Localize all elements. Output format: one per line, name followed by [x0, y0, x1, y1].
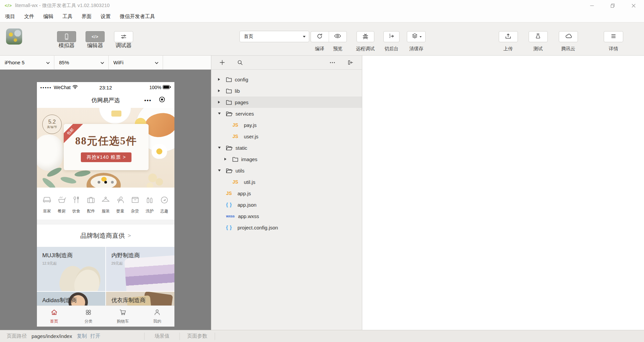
- folder-icon: [226, 88, 232, 93]
- tab-grid[interactable]: 分类: [71, 306, 106, 327]
- tab-home[interactable]: 首页: [37, 306, 71, 327]
- preview-label: 预览: [329, 46, 347, 52]
- promo-banner[interactable]: 5.2 美/食/节 包邮 88元任选5件 再抢¥140 粮票 >: [37, 108, 174, 188]
- tree-item-app.json[interactable]: { }app.json: [211, 199, 362, 210]
- menu-item-2[interactable]: 编辑: [43, 13, 53, 20]
- tree-item-utils[interactable]: utils: [211, 165, 362, 176]
- product-card-clothes[interactable]: 优衣库制造商: [106, 292, 174, 305]
- view-toggle-sliders[interactable]: 调试器: [114, 31, 133, 49]
- brand-header[interactable]: 品牌制造商直供 >: [37, 224, 174, 247]
- menu-item-5[interactable]: 设置: [101, 13, 111, 20]
- category-baby[interactable]: 婴童: [113, 195, 128, 214]
- category-bottles[interactable]: 洗护: [142, 195, 157, 214]
- category-box[interactable]: 杂货: [128, 195, 143, 214]
- close-button[interactable]: [623, 0, 644, 11]
- battery-status: 100%: [149, 85, 171, 90]
- sliders-icon: [114, 31, 133, 42]
- view-toggle-phone[interactable]: 模拟器: [57, 31, 76, 49]
- tree-item-app.js[interactable]: JSapp.js: [211, 188, 362, 199]
- exit-circle-icon[interactable]: [158, 96, 166, 105]
- view-toggle-code[interactable]: </>编辑器: [86, 31, 105, 49]
- page-select-dropdown[interactable]: 首页: [239, 31, 309, 42]
- device-select-value: iPhone 5: [5, 60, 24, 65]
- clear-cache-button[interactable]: [407, 31, 426, 42]
- menu-item-4[interactable]: 界面: [82, 13, 92, 20]
- clear-cache-label: 清缓存: [401, 46, 431, 52]
- category-cutlery[interactable]: 饮食: [69, 195, 84, 214]
- switch-background-button[interactable]: [383, 31, 399, 42]
- chevron-right-icon: [217, 89, 226, 92]
- network-select[interactable]: WiFi: [109, 56, 163, 69]
- search-button[interactable]: [236, 59, 244, 67]
- category-hanger[interactable]: 服装: [98, 195, 113, 214]
- zoom-select[interactable]: 85%: [54, 56, 109, 69]
- tree-item-lib[interactable]: lib: [211, 85, 362, 96]
- device-select[interactable]: iPhone 5: [0, 56, 54, 69]
- tree-item-util.js[interactable]: JSutil.js: [211, 176, 362, 188]
- category-plane[interactable]: 志趣: [157, 195, 172, 214]
- tree-item-pay.js[interactable]: JSpay.js: [211, 119, 362, 131]
- compile-button[interactable]: [311, 31, 329, 42]
- phone-nav-bar: 仿网易严选 •••: [37, 93, 174, 108]
- cloud-icon: [565, 32, 572, 41]
- preview-button[interactable]: [329, 31, 347, 42]
- carousel-dot: [111, 181, 114, 184]
- tree-item-project.config.json[interactable]: { }project.config.json: [211, 222, 362, 233]
- footer-divider: [215, 333, 215, 340]
- category-label: 餐厨: [58, 208, 66, 214]
- category-label: 婴童: [116, 208, 124, 214]
- category-pot[interactable]: 餐厨: [54, 195, 69, 214]
- scene-value-button[interactable]: 场景值: [145, 333, 179, 339]
- box-icon: [130, 195, 140, 206]
- hamburger-icon[interactable]: [604, 31, 623, 42]
- view-toggle-label: 编辑器: [86, 42, 105, 49]
- tree-item-images[interactable]: images: [211, 153, 362, 165]
- page-params-button[interactable]: 页面参数: [180, 333, 215, 339]
- simulator-controls: iPhone 5 85% WiFi: [0, 56, 211, 70]
- menu-item-6[interactable]: 微信开发者工具: [120, 13, 155, 20]
- menu-item-3[interactable]: 工具: [62, 13, 72, 20]
- editor-area[interactable]: [362, 56, 644, 330]
- category-suitcase[interactable]: 配件: [84, 195, 98, 214]
- upload-button[interactable]: [499, 31, 518, 42]
- details-label: 详情: [598, 46, 629, 52]
- user-avatar[interactable]: [6, 28, 22, 45]
- tree-item-user.js[interactable]: JSuser.js: [211, 131, 362, 142]
- remote-debug-button[interactable]: [357, 31, 374, 42]
- restore-button[interactable]: [602, 0, 623, 11]
- tree-item-pages[interactable]: pages: [211, 96, 362, 108]
- baby-icon: [115, 195, 125, 206]
- view-toggle-label: 模拟器: [57, 42, 76, 49]
- tencent-cloud-button[interactable]: [559, 31, 578, 42]
- copy-link[interactable]: 复制: [77, 333, 87, 339]
- tab-cart[interactable]: 购物车: [106, 306, 140, 327]
- status-bar: 页面路径 pages/index/index 复制 打开 场景值 页面参数: [0, 330, 644, 342]
- product-grid: MUJI制造商12.9元起内野制造商29元起Adidas制造商优衣库制造商: [37, 247, 174, 305]
- category-sofa[interactable]: 居家: [40, 195, 54, 214]
- minimize-button[interactable]: [582, 0, 602, 11]
- add-file-button[interactable]: [218, 59, 226, 67]
- carousel-dot: [98, 181, 100, 184]
- tree-item-config[interactable]: config: [211, 74, 362, 85]
- tree-item-app.wxss[interactable]: wxssapp.wxss: [211, 210, 362, 222]
- tab-label: 购物车: [117, 319, 129, 324]
- tree-item-services[interactable]: services: [211, 108, 362, 119]
- more-menu-icon[interactable]: •••: [144, 97, 152, 103]
- more-options-button[interactable]: [328, 59, 336, 67]
- phone-status-bar: ●●●●● WeChat 23:12 100%: [37, 82, 174, 93]
- collapse-panel-button[interactable]: [346, 59, 355, 67]
- upload-label: 上传: [493, 46, 523, 52]
- product-card-slippers[interactable]: MUJI制造商12.9元起: [37, 247, 105, 291]
- zoom-select-value: 85%: [59, 60, 69, 65]
- tab-person[interactable]: 我的: [140, 306, 175, 327]
- banner-cta-button[interactable]: 再抢¥140 粮票 >: [81, 152, 132, 162]
- tree-item-static[interactable]: static: [211, 142, 362, 153]
- menu-item-0[interactable]: 项目: [5, 13, 15, 20]
- main-area: iPhone 5 85% WiFi ●●●●● W: [0, 56, 644, 330]
- product-card-towels[interactable]: 内野制造商29元起: [106, 247, 174, 291]
- product-card-model[interactable]: Adidas制造商: [37, 292, 105, 305]
- festival-stamp: 5.2 美/食/节: [42, 115, 62, 134]
- open-link[interactable]: 打开: [90, 333, 100, 339]
- test-button[interactable]: [529, 31, 548, 42]
- menu-item-1[interactable]: 文件: [24, 13, 34, 20]
